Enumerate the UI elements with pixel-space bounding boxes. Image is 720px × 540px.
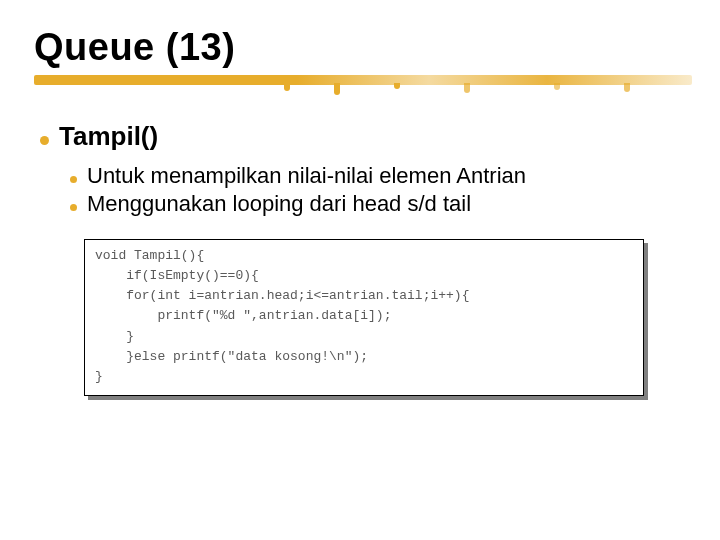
sub-bullets: Untuk menampilkan nilai-nilai elemen Ant… — [40, 162, 686, 217]
bullet-icon — [70, 204, 77, 211]
bullet-icon — [70, 176, 77, 183]
sub-bullet-text: Untuk menampilkan nilai-nilai elemen Ant… — [87, 162, 526, 190]
bullet-icon — [40, 136, 49, 145]
slide: Queue (13) Tampil() Untuk menampilkan ni… — [0, 0, 720, 396]
code-snippet: void Tampil(){ if(IsEmpty()==0){ for(int… — [95, 246, 633, 387]
bullet-main: Tampil() — [40, 121, 686, 152]
title-underline — [34, 75, 686, 93]
bullet-main-text: Tampil() — [59, 121, 158, 152]
sub-bullet: Menggunakan looping dari head s/d tail — [70, 190, 686, 218]
code-box: void Tampil(){ if(IsEmpty()==0){ for(int… — [84, 239, 644, 396]
slide-title: Queue (13) — [34, 26, 686, 69]
content-area: Tampil() Untuk menampilkan nilai-nilai e… — [34, 121, 686, 396]
sub-bullet-text: Menggunakan looping dari head s/d tail — [87, 190, 471, 218]
sub-bullet: Untuk menampilkan nilai-nilai elemen Ant… — [70, 162, 686, 190]
